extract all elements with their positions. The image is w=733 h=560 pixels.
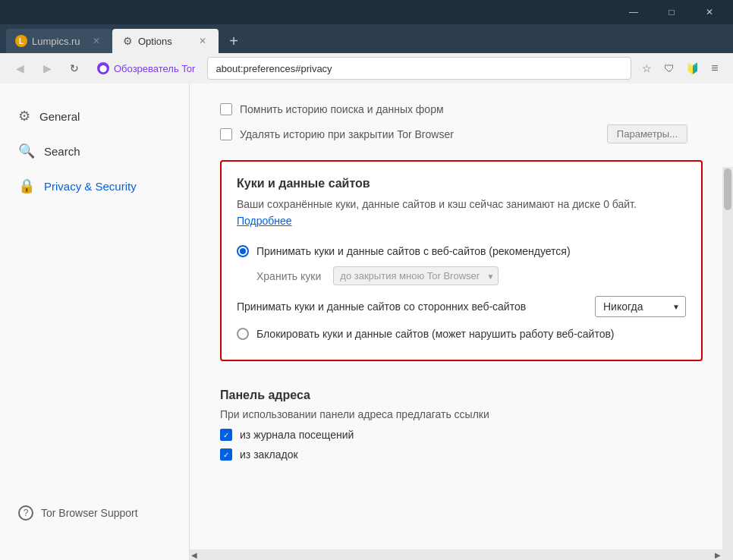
sidebar-label-general: General	[39, 110, 80, 123]
url-input[interactable]	[207, 57, 631, 80]
bookmarks-checkbox[interactable]: ✓	[220, 448, 232, 461]
content-area: ⚙ General 🔍 Search 🔒 Privacy & Security …	[0, 83, 733, 560]
tor-dot-icon: ⬤	[97, 62, 109, 74]
third-party-row: Принимать куки и данные сайтов со сторон…	[237, 290, 686, 323]
delete-on-close-label: Удалять историю при закрытии Tor Browser	[240, 128, 454, 140]
tor-label: Обозреватель Tor	[114, 63, 195, 74]
main-panel: Помнить историю поиска и данных форм Уда…	[190, 83, 733, 560]
sidebar: ⚙ General 🔍 Search 🔒 Privacy & Security …	[0, 83, 190, 560]
sidebar-item-search[interactable]: 🔍 Search	[0, 134, 189, 168]
history-checkbox[interactable]: ✓	[220, 429, 232, 441]
radio-accept-label: Принимать куки и данные сайтов с веб-сай…	[256, 245, 571, 257]
sidebar-item-general[interactable]: ⚙ General	[0, 99, 189, 134]
minimize-button[interactable]: —	[616, 0, 651, 24]
scrollbar-thumb[interactable]	[724, 168, 731, 210]
forward-button[interactable]: ▶	[36, 58, 58, 79]
tab-close-options[interactable]: ✕	[196, 34, 209, 48]
sidebar-label-support: Tor Browser Support	[41, 507, 138, 519]
from-bookmarks-label: из закладок	[240, 448, 298, 461]
refresh-button[interactable]: ↻	[64, 58, 85, 79]
address-panel-title: Панель адреса	[220, 389, 703, 402]
horizontal-scrollbar[interactable]: ◀ ▶	[190, 549, 722, 560]
close-button[interactable]: ✕	[692, 0, 727, 24]
sidebar-label-privacy: Privacy & Security	[44, 180, 137, 193]
tab-label-options: Options	[138, 36, 172, 47]
radio-accept[interactable]	[237, 245, 249, 257]
new-tab-button[interactable]: +	[222, 29, 246, 53]
radio-block[interactable]	[237, 328, 249, 340]
gear-icon: ⚙	[18, 108, 30, 124]
history-section: Помнить историю поиска и данных форм Уда…	[220, 83, 703, 148]
tab-label-lumpics: Lumpics.ru	[32, 36, 80, 47]
sidebar-item-support[interactable]: ? Tor Browser Support	[0, 496, 190, 530]
address-icons: ☆ 🛡 🔰 ≡	[637, 59, 724, 77]
from-history-label: из журнала посещений	[240, 429, 354, 441]
address-bar: ◀ ▶ ↻ ⬤ Обозреватель Tor ☆ 🛡 🔰 ≡	[0, 53, 733, 83]
remember-forms-row: Помнить историю поиска и данных форм	[220, 99, 703, 120]
security-icon[interactable]: 🔰	[683, 59, 701, 77]
address-section: Панель адреса При использовании панели а…	[220, 373, 703, 464]
radio-accept-row: Принимать куки и данные сайтов с веб-сай…	[237, 241, 686, 262]
scroll-left-button[interactable]: ◀	[191, 551, 197, 559]
sidebar-item-privacy[interactable]: 🔒 Privacy & Security	[0, 168, 189, 203]
remember-forms-label: Помнить историю поиска и данных форм	[240, 103, 444, 115]
menu-icon[interactable]: ≡	[706, 59, 724, 77]
keep-dropdown-wrapper: до закрытия мною Tor Browser	[333, 266, 499, 285]
maximize-button[interactable]: □	[654, 0, 689, 24]
title-bar: — □ ✕	[0, 0, 733, 24]
tor-logo: ⬤ Обозреватель Tor	[91, 62, 201, 74]
cookie-description: Ваши сохранённые куки, данные сайтов и к…	[237, 198, 686, 210]
keep-cookies-label: Хранить куки	[256, 270, 321, 282]
bookmarks-check-item: ✓ из закладок	[220, 445, 703, 464]
cookie-section: Куки и данные сайтов Ваши сохранённые ку…	[220, 160, 703, 361]
cookie-link[interactable]: Подробнее	[237, 215, 686, 227]
tab-lumpics[interactable]: L Lumpics.ru ✕	[6, 29, 112, 53]
third-party-label: Принимать куки и данные сайтов со сторон…	[237, 300, 526, 313]
delete-on-close-checkbox[interactable]	[220, 128, 232, 140]
privacy-shield-icon[interactable]: 🛡	[660, 59, 678, 77]
back-button[interactable]: ◀	[9, 58, 30, 79]
keep-cookies-row: Хранить куки до закрытия мною Tor Browse…	[237, 262, 686, 290]
cookie-title: Куки и данные сайтов	[237, 177, 686, 190]
tab-options[interactable]: ⚙ Options ✕	[112, 29, 219, 53]
bookmark-icon[interactable]: ☆	[637, 59, 656, 77]
scroll-right-button[interactable]: ▶	[715, 551, 721, 559]
sidebar-label-search: Search	[44, 145, 80, 158]
third-party-dropdown[interactable]: Никогда	[595, 296, 686, 317]
tabs-bar: L Lumpics.ru ✕ ⚙ Options ✕ +	[0, 24, 733, 53]
params-button[interactable]: Параметры...	[607, 124, 687, 143]
remember-forms-checkbox[interactable]	[220, 103, 232, 115]
radio-block-label: Блокировать куки и данные сайтов (может …	[256, 328, 615, 340]
lock-icon: 🔒	[18, 178, 35, 194]
keep-cookies-dropdown[interactable]: до закрытия мною Tor Browser	[333, 266, 499, 285]
help-icon: ?	[18, 505, 33, 521]
tab-favicon-lumpics: L	[15, 35, 27, 47]
scrollbar[interactable]	[722, 167, 733, 560]
history-check-item: ✓ из журнала посещений	[220, 425, 703, 445]
tab-close-lumpics[interactable]: ✕	[90, 34, 103, 48]
window-controls: — □ ✕	[616, 0, 727, 24]
nikogda-wrapper: Никогда	[595, 296, 686, 317]
tab-favicon-options: ⚙	[121, 35, 134, 47]
search-icon: 🔍	[18, 143, 35, 159]
radio-block-row: Блокировать куки и данные сайтов (может …	[237, 323, 686, 344]
delete-on-close-row: Удалять историю при закрытии Tor Browser…	[220, 120, 703, 148]
address-suggest-label: При использовании панели адреса предлага…	[220, 408, 703, 420]
